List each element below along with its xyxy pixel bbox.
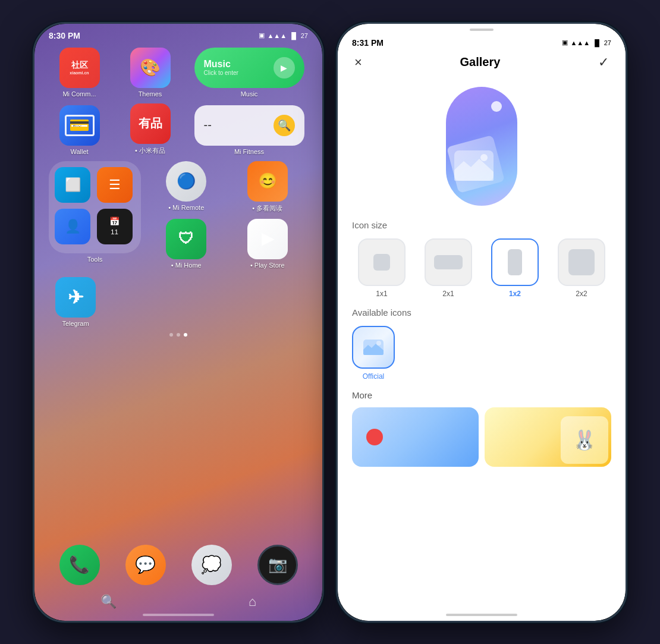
size-inner-2x2 [568,249,595,275]
gallery-landscape-svg [453,149,495,182]
app-row-1: 社区 xiaomi.cn Mi Comm... 🎨 Themes [44,48,313,98]
fitness-dashes: -- [204,118,212,132]
p2-battery-percent: 27 [604,39,611,46]
tools-folder[interactable]: ⬜ ☰ 👤 📅11 [49,161,141,253]
app-icon-play-store[interactable]: ▶ [247,219,288,259]
size-box-1x2[interactable] [491,238,539,286]
app-label-fitness: Mi Fitness [234,148,264,155]
p2-wifi-icon: ▲▲▲ [570,39,590,46]
icon-size-options: 1x1 2x1 1x2 [352,238,611,298]
size-inner-2x1 [434,255,463,269]
dot-1 [169,333,173,337]
folder-icon-contacts[interactable]: 👤 [55,209,90,244]
messages-glyph: 💬 [135,555,156,574]
gallery-icon-preview [352,87,611,206]
dock-camera[interactable]: 📷 [257,545,298,585]
app-item-youpin[interactable]: 有品 小米有品 [124,103,177,155]
dock-phone[interactable]: 📞 [59,545,100,585]
app-item-fitness[interactable]: -- 🔍 Mi Fitness [194,105,304,155]
more-card-2[interactable]: 🐰 [485,407,611,467]
camera-glyph: 📷 [268,555,287,574]
official-icon-svg [363,339,384,356]
tools-folder-col: ⬜ ☰ 👤 📅11 [49,161,141,263]
gallery-header: × Gallery ✓ [338,50,626,77]
svg-point-3 [376,341,381,345]
app-icon-themes[interactable]: 🎨 [130,48,171,88]
app-icon-mi-remote[interactable]: 🔵 [166,161,206,202]
icon-size-label: Icon size [352,220,611,230]
app-item-play-store[interactable]: ▶ Play Store [241,219,294,269]
size-option-2x1[interactable]: 2x1 [419,238,478,298]
phone2-home-indicator [446,614,517,616]
app-item-telegram[interactable]: ✈ Telegram [49,277,102,327]
phone2-time: 8:31 PM [352,38,384,48]
size-box-2x2[interactable] [558,238,605,286]
phone-2: 8:31 PM ▣ ▲▲▲ ▐▌ 27 × Gallery ✓ [336,22,627,623]
app-item-music[interactable]: Music Click to enter ▶ Music [194,48,304,98]
app-label-mi-remote: Mi Remote [168,204,204,211]
phone2-status-icons: ▣ ▲▲▲ ▐▌ 27 [562,39,611,46]
app-label-reader: 多看阅读 [252,204,282,213]
phone-1: 8:30 PM ▣ ▲▲▲ ▐▌ 27 社区 xiaomi.cn Mi Comm… [33,22,324,623]
app-icon-mi-home[interactable]: 🛡 [166,219,206,259]
size-label-2x2: 2x2 [576,290,587,298]
size-option-1x2[interactable]: 1x2 [485,238,545,298]
folder-icon-screen-capture[interactable]: ⬜ [55,167,90,203]
dot-3 [184,333,187,337]
gallery-scroll-area: Icon size 1x1 2x1 [338,77,626,621]
page-dots [44,333,313,337]
size-label-2x1: 2x1 [442,290,454,298]
gallery-check-button[interactable]: ✓ [598,55,609,70]
dock-bubbles[interactable]: 💭 [191,545,232,585]
app-label-mi-community: Mi Comm... [62,90,96,98]
anime-char: 🐰 [561,416,608,464]
gallery-close-button[interactable]: × [354,55,362,70]
music-widget[interactable]: Music Click to enter ▶ [194,48,304,88]
app-item-themes[interactable]: 🎨 Themes [124,48,177,98]
search-button[interactable]: 🔍 [100,594,117,610]
app-item-reader[interactable]: 😊 多看阅读 [241,161,294,213]
fitness-widget[interactable]: -- 🔍 [194,105,304,146]
mi-xiaomi-text: xiaomi.cn [70,71,89,75]
telegram-glyph: ✈ [68,286,84,309]
avail-icon-official[interactable]: Official [352,326,395,381]
app-icon-wallet[interactable]: 💳 [59,105,100,146]
app-item-mi-remote[interactable]: 🔵 Mi Remote [159,161,213,213]
size-box-2x1[interactable] [425,238,472,286]
app-label-telegram: Telegram [62,320,89,327]
size-label-1x1: 1x1 [376,290,387,298]
more-card-1[interactable] [352,407,479,467]
reader-glyph: 😊 [258,172,277,190]
app-icon-telegram[interactable]: ✈ [55,277,96,318]
folder-icon-menu[interactable]: ☰ [97,167,133,203]
more-section: More 🐰 [352,390,611,467]
size-option-2x2[interactable]: 2x2 [552,238,611,298]
app-label-play-store: Play Store [250,262,285,269]
dot-2 [177,333,180,337]
menu-glyph: ☰ [109,177,121,193]
app-item-mi-home[interactable]: 🛡 Mi Home [159,219,213,269]
right-apps-grid: 🔵 Mi Remote 😊 多看阅读 [146,161,308,269]
music-text: Music Click to enter [204,59,268,76]
app-label-music: Music [241,90,258,98]
svg-rect-0 [454,150,494,181]
home-button[interactable]: ⌂ [249,594,256,610]
app-icon-reader[interactable]: 😊 [247,161,288,202]
wifi-icon: ▲▲▲ [267,32,287,39]
folder-icon-multi[interactable]: 📅11 [97,209,133,244]
size-option-1x1[interactable]: 1x1 [352,238,411,298]
app-icon-mi-community[interactable]: 社区 xiaomi.cn [59,48,100,88]
size-box-1x1[interactable] [358,238,406,286]
app-item-mi-community[interactable]: 社区 xiaomi.cn Mi Comm... [53,48,106,98]
app-item-wallet[interactable]: 💳 Wallet [53,105,106,155]
gallery-icon-dot [491,101,502,112]
phone1-status-icons: ▣ ▲▲▲ ▐▌ 27 [259,32,308,39]
app-icon-youpin[interactable]: 有品 [130,103,171,144]
app-label-youpin: 小米有品 [135,146,165,155]
avail-icon-box-official[interactable] [352,326,395,369]
p2-battery-icon: ▐▌ [592,39,602,46]
dock-messages[interactable]: 💬 [125,545,166,585]
red-dot [366,429,383,445]
svg-point-1 [480,154,488,161]
music-play-button[interactable]: ▶ [274,57,295,78]
